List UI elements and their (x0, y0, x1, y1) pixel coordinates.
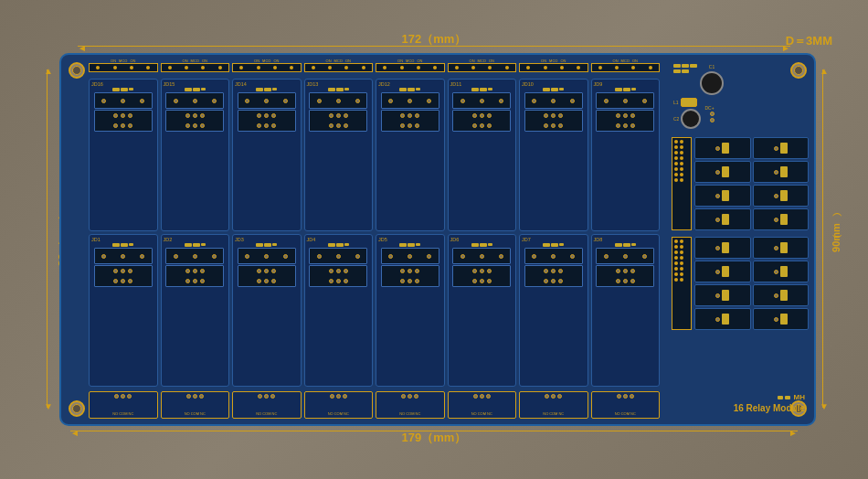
header-pin (674, 256, 678, 260)
term-hole (551, 394, 556, 399)
through-hole (257, 269, 261, 273)
holes-row (400, 279, 419, 283)
header-pins-row (674, 272, 689, 276)
through-hole (642, 254, 647, 259)
through-hole (532, 254, 536, 259)
holes-row (544, 269, 563, 273)
relay-jd7: JD7 (519, 234, 588, 387)
relay-label-jd4: JD4 (307, 237, 316, 242)
through-hole (271, 269, 276, 273)
bottom-dim-line: ◄ ► (70, 431, 798, 431)
tr-hole (774, 246, 778, 250)
holes-row (400, 123, 419, 128)
smd-comp-sm (344, 88, 349, 90)
transistor (780, 143, 788, 154)
ic-header-section (672, 137, 809, 230)
through-hole (400, 123, 405, 128)
through-hole (344, 269, 348, 273)
holes-row (113, 123, 132, 128)
tr-hole (774, 194, 778, 198)
smd-resistor (682, 69, 689, 73)
l1-label: L1 (673, 100, 679, 105)
smd-row (543, 88, 564, 91)
through-hole (121, 113, 125, 118)
relay-coil (381, 248, 439, 264)
relay-label-jd5: JD5 (378, 237, 387, 242)
conn-pin (433, 66, 437, 69)
holes-row (185, 123, 205, 128)
through-hole (245, 99, 249, 103)
through-hole (400, 113, 405, 118)
through-hole (271, 279, 276, 283)
conn-pin (417, 66, 420, 69)
smd-row (615, 88, 636, 91)
smd-comp (471, 88, 479, 91)
through-hole (604, 99, 609, 103)
header-pin (674, 151, 678, 154)
smd-comp-sm (488, 88, 492, 90)
through-hole (121, 99, 125, 103)
tr-cell (753, 185, 810, 207)
relay-jd5: JD5 (376, 234, 445, 387)
relay-label-jd8: JD8 (594, 237, 603, 242)
term-hole (186, 394, 191, 399)
holes-row (616, 279, 635, 283)
conn-pin (526, 66, 530, 69)
holes-row (616, 269, 635, 273)
through-hole (283, 99, 288, 103)
through-hole (329, 279, 333, 283)
holes-row (257, 269, 276, 273)
relay-jd12: JD12 (376, 79, 445, 231)
smd-comp (256, 88, 263, 91)
smd-row (399, 243, 420, 247)
tr-hole (774, 170, 778, 175)
through-hole (317, 99, 322, 103)
holes-row (400, 269, 419, 273)
relay-coil (309, 248, 367, 264)
transistor (780, 314, 788, 325)
through-hole (200, 269, 205, 273)
conn-pin (560, 66, 564, 69)
transistor (780, 242, 788, 253)
c2-label: C2 (673, 116, 679, 122)
top-conn-body-3 (232, 63, 302, 72)
transistor-relay-grid-2 (694, 237, 809, 330)
top-conn-body-5 (376, 63, 445, 72)
through-hole (623, 269, 628, 273)
through-hole (264, 123, 269, 128)
relay-coil (596, 92, 654, 109)
through-hole (212, 99, 217, 103)
smd-comp (336, 243, 344, 247)
terminal-6: NO COM NC (448, 391, 517, 419)
smd-comp-sm (416, 88, 420, 90)
header-pin (674, 261, 678, 265)
dc-plus-label: DC+ (704, 105, 714, 111)
through-hole (427, 99, 431, 103)
through-hole (570, 254, 575, 259)
term-pins (114, 394, 132, 399)
relay-coil (381, 92, 439, 109)
relay-row-bottom: JD1 (89, 234, 660, 387)
smd-sm (778, 396, 783, 399)
through-hole (415, 113, 419, 118)
smd-row (112, 243, 133, 247)
holes-row (185, 279, 205, 283)
through-hole (544, 279, 548, 283)
relay-coil (452, 92, 511, 109)
through-hole (264, 279, 269, 283)
tr-cell (694, 161, 751, 183)
holes-row (113, 279, 132, 283)
through-hole (472, 123, 477, 128)
corner-hole-bl (69, 400, 85, 417)
term-hole (414, 394, 418, 399)
through-hole (329, 269, 333, 273)
through-hole (415, 123, 419, 128)
through-hole (408, 123, 412, 128)
term-hole (408, 394, 412, 399)
conn-pin (239, 66, 243, 69)
through-hole (121, 254, 125, 259)
through-hole (336, 279, 341, 283)
through-hole (271, 113, 276, 118)
through-hole (630, 279, 635, 283)
top-conn-body-8 (591, 63, 661, 72)
